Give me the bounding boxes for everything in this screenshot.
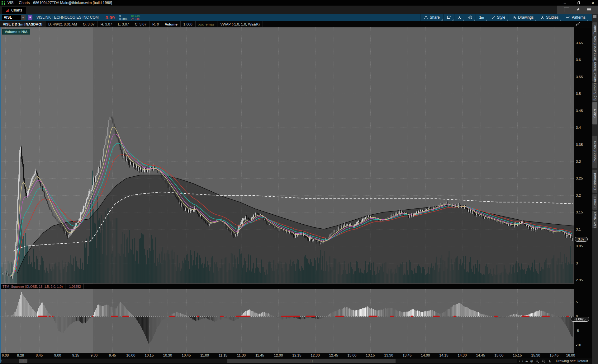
bar-range: R: 0 <box>150 21 162 27</box>
time-tick: 12:45 <box>327 353 340 357</box>
close-button[interactable]: × <box>591 1 594 5</box>
time-tick: 16:00 <box>564 353 577 357</box>
time-tick: 15:30 <box>529 353 543 357</box>
time-tick: 12:15 <box>290 353 304 357</box>
tab-charts[interactable]: Charts <box>2 7 26 14</box>
sidebar-tab-times-and-sales[interactable]: Times And Sales <box>592 37 597 61</box>
symbol-value: VISL <box>2 15 21 20</box>
last-price: 3.09 <box>106 15 115 20</box>
sidebar-tab-level-ii[interactable]: Level II <box>592 194 597 210</box>
time-tick: 9:00 <box>51 353 64 357</box>
share-icon <box>424 16 428 19</box>
change-percent: 0.00% <box>119 17 127 21</box>
price-tick: 3.05 <box>576 244 583 248</box>
right-sidebar: TradeTimes And SalesActive TraderBig But… <box>592 14 598 364</box>
time-tick: 13:30 <box>382 353 396 357</box>
sidebar-tab-big-buttons[interactable]: Big Buttons <box>592 83 597 101</box>
sidebar-tab-dashboard[interactable]: Dashboard <box>592 170 597 193</box>
alerts-button[interactable] <box>443 14 454 21</box>
patterns-button[interactable]: Patterns <box>562 14 589 21</box>
symbol-row: VISL ▼ 9 VISLINK TECHNOLOGIES INC COM 3.… <box>0 14 598 21</box>
time-tick: 10:30 <box>161 353 174 357</box>
price-tick: 3.2 <box>576 193 581 198</box>
ohlc-header-bar: VISL 2 D 1m [NASDAQ] D: 4/9/21 8:01 AM O… <box>0 21 592 27</box>
price-chart-pane[interactable] <box>0 27 574 284</box>
minimize-button[interactable]: – <box>564 1 566 5</box>
time-tick: 15:45 <box>547 353 561 357</box>
ask-value: A: 3.09 <box>131 17 140 21</box>
style-button[interactable]: Style <box>488 14 509 21</box>
time-tick: 14:30 <box>455 353 469 357</box>
window-titlebar: VISL - Charts - 686109427TDA Main@thinko… <box>0 0 598 6</box>
time-tick: 11:00 <box>198 353 211 357</box>
crosshair-icon[interactable]: ⊕ <box>530 359 533 363</box>
sidebar-menu-icon[interactable] <box>593 15 596 18</box>
time-tick: 11:45 <box>253 353 267 357</box>
pane-divider-button[interactable]: ↕ <box>19 359 27 363</box>
time-tick: 15:15 <box>510 353 524 357</box>
time-tick: 6:08 <box>0 353 12 357</box>
zoom-in-icon[interactable] <box>535 359 539 363</box>
time-tick: 11:15 <box>216 353 230 357</box>
link-badge[interactable]: 9 <box>28 15 32 20</box>
symbol-input[interactable]: VISL ▼ <box>2 15 26 20</box>
menu-icon[interactable] <box>587 8 591 11</box>
time-axis: 6:088:288:459:009:159:309:4510:0010:1510… <box>0 353 592 358</box>
settings-button[interactable] <box>465 14 476 21</box>
series-description[interactable]: VISL 2 D 1m [NASDAQ] <box>0 21 45 27</box>
patterns-zigzag-icon <box>566 16 570 19</box>
studies-button[interactable]: Studies <box>537 14 562 21</box>
drawing-set-status[interactable]: Drawing set: Default <box>556 359 588 363</box>
study-emas[interactable]: xxx_emas <box>196 21 218 27</box>
ttm-squeeze-pane[interactable] <box>0 289 574 353</box>
change-value: 0 <box>119 14 121 17</box>
price-axis[interactable]: 3.653.63.553.53.453.43.353.33.253.23.153… <box>574 27 592 358</box>
price-tick: 3.55 <box>576 75 583 79</box>
sidebar-tab-phase-scores[interactable]: Phase Scores <box>592 136 597 168</box>
sidebar-tab-trade[interactable]: Trade <box>592 22 597 37</box>
drawings-button[interactable]: Drawings <box>509 14 537 21</box>
volume-na-badge: Volume = N/A <box>2 29 30 35</box>
price-tick: 3.3 <box>576 159 581 164</box>
price-tick: 3.4 <box>576 125 581 130</box>
time-tick: 12:00 <box>272 353 285 357</box>
bar-open: O: 3.07 <box>80 21 98 27</box>
sidebar-tab-chart[interactable]: Chart <box>592 102 597 124</box>
time-tick: 10:00 <box>124 353 138 357</box>
maximize-cell-button[interactable] <box>564 7 569 12</box>
scroll-left-arrow-icon[interactable]: ‹ <box>1 359 2 362</box>
time-tick: 8:45 <box>32 353 46 357</box>
bid-ask-stack: B: 3.07 A: 3.09 <box>131 14 140 21</box>
time-tick: 11:30 <box>235 353 248 357</box>
zoom-out-icon[interactable] <box>542 359 546 363</box>
squeeze-value-bubble: -1.0625 <box>571 317 589 322</box>
pan-right-icon[interactable]: › <box>522 360 523 363</box>
restore-button[interactable] <box>577 1 580 5</box>
axis-scale-icon[interactable] <box>576 22 580 26</box>
symbol-dropdown-arrow[interactable]: ▼ <box>21 15 25 20</box>
time-tick: 14:00 <box>419 353 432 357</box>
pin-icon[interactable] <box>576 8 580 12</box>
time-tick: 13:45 <box>400 353 414 357</box>
company-name: VISLINK TECHNOLOGIES INC COM <box>36 15 99 20</box>
study-vwap[interactable]: VWAP (-1.0, 1.0, WEEK) <box>217 21 263 27</box>
quick-study-button[interactable] <box>454 14 465 21</box>
squeeze-title[interactable]: TTM_Squeeze (CLOSE, 18, 1.5, 2.0, 1.0) <box>0 285 65 288</box>
pan-left-icon[interactable]: ‹ <box>519 360 520 363</box>
sidebar-tab-active-trader[interactable]: Active Trader <box>592 62 597 82</box>
timeframe-button[interactable]: 1m <box>476 14 488 21</box>
time-tick: 9:45 <box>106 353 119 357</box>
time-tick: 8:28 <box>14 353 27 357</box>
time-tick: 14:45 <box>474 353 487 357</box>
share-button[interactable]: Share <box>420 14 443 21</box>
hand-tool-icon[interactable] <box>548 359 552 363</box>
price-tick: 3.5 <box>576 91 581 96</box>
squeeze-header-strip: TTM_Squeeze (CLOSE, 18, 1.5, 2.0, 1.0) -… <box>0 284 574 289</box>
expand-horizontal-icon[interactable]: ◂▸ <box>525 360 528 363</box>
sidebar-tab-live-news[interactable]: Live News <box>592 211 597 228</box>
hand-drawing-icon <box>512 16 516 19</box>
bar-close: C: 3.07 <box>132 21 150 27</box>
chart-scrollbar-thumb[interactable]: ❘❘ <box>227 359 396 363</box>
chart-toolbar: Share 1m Style Drawings Studies Patterns <box>420 14 598 21</box>
thinkorswim-logo-icon <box>2 1 5 5</box>
